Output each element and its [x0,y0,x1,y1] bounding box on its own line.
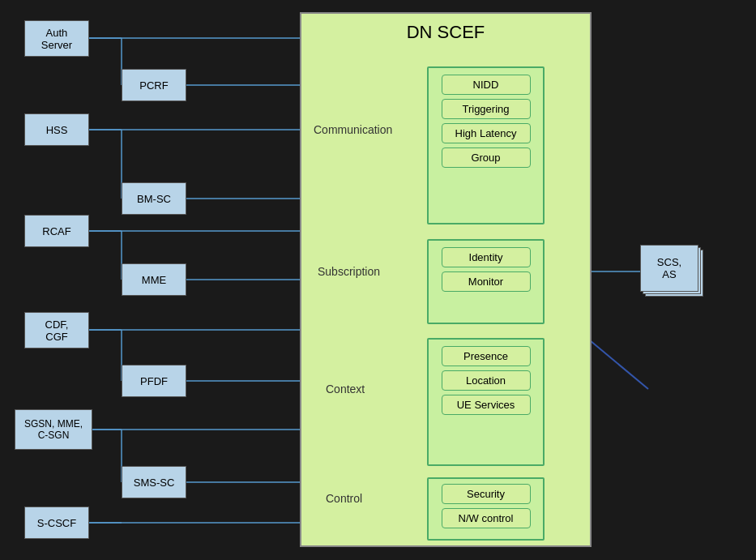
rcaf-node: RCAF [24,215,89,247]
identity-item: Identity [442,247,531,267]
cdf-cgf-node: CDF, CGF [24,312,89,348]
hss-node: HSS [24,113,89,146]
nidd-item: NIDD [442,75,531,95]
auth-server-node: Auth Server [24,20,89,57]
control-group: Security N/W control [427,477,545,541]
group-item: Group [442,147,531,168]
communication-label: Communication [314,123,392,136]
mme-node: MME [122,263,186,296]
scs-as-node: SCS, AS [640,245,698,292]
presence-item: Presence [442,346,531,366]
bm-sc-node: BM-SC [122,182,186,215]
dn-scef-title: DN SCEF [301,14,590,47]
context-group: Presence Location UE Services [427,338,545,466]
security-item: Security [442,484,531,504]
s-cscf-node: S-CSCF [24,507,89,539]
pcrf-node: PCRF [122,69,186,101]
context-label: Context [326,383,365,395]
location-item: Location [442,370,531,391]
ue-services-item: UE Services [442,395,531,415]
monitor-item: Monitor [442,271,531,292]
triggering-item: Triggering [442,99,531,119]
sgsn-node: SGSN, MME, C-SGN [15,409,92,450]
sms-sc-node: SMS-SC [122,466,186,498]
high-latency-item: High Latency [442,123,531,143]
dn-scef-box: DN SCEF Communication NIDD Triggering Hi… [300,12,592,547]
nw-control-item: N/W control [442,508,531,528]
diagram-container: Auth Server HSS RCAF CDF, CGF SGSN, MME,… [8,8,745,551]
subscription-group: Identity Monitor [427,239,545,324]
pfdf-node: PFDF [122,365,186,397]
communication-group: NIDD Triggering High Latency Group [427,66,545,224]
control-label: Control [326,492,362,505]
subscription-label: Subscription [318,265,380,278]
